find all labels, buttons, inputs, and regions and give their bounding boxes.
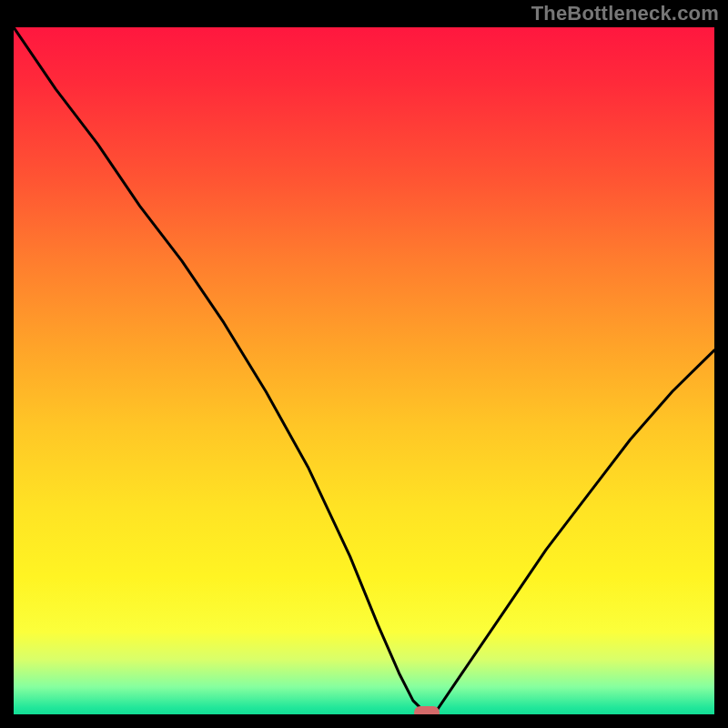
plot-area bbox=[14, 27, 714, 714]
bottleneck-curve bbox=[14, 27, 714, 714]
watermark-text: TheBottleneck.com bbox=[531, 2, 719, 25]
curve-path bbox=[14, 27, 714, 714]
optimal-marker bbox=[414, 706, 440, 714]
chart-frame: TheBottleneck.com bbox=[0, 0, 728, 728]
